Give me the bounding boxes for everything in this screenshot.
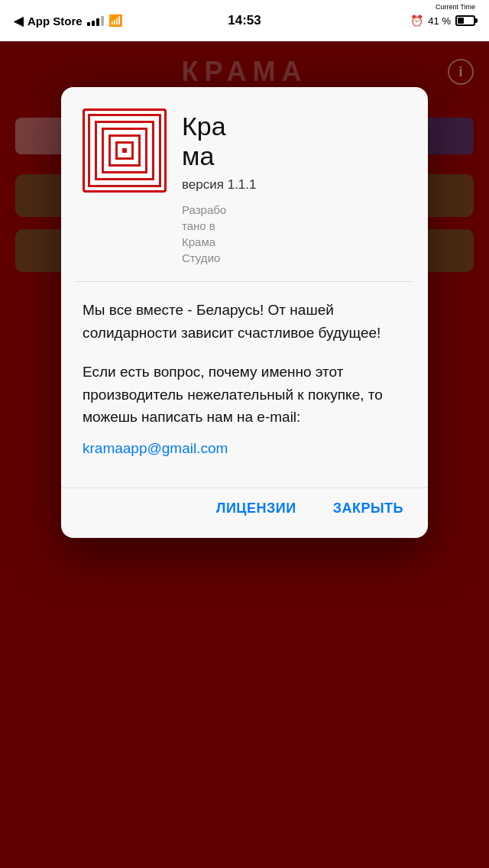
status-bar-right: ⏰ 41 % [410,15,475,27]
alarm-icon: ⏰ [410,15,423,27]
modal-email[interactable]: kramaapp@gmail.com [83,440,406,457]
modal-header: Крама версия 1.1.1 Разработано вКрамаСту… [61,87,428,281]
close-button[interactable]: ЗАКРЫТЬ [330,496,406,521]
modal-text-2: Если есть вопрос, почему именно этот про… [83,361,406,428]
app-developer: Разработано вКрамаСтудио [182,202,406,266]
battery-percent: 41 % [428,15,451,27]
wifi-icon: 📶 [108,14,123,28]
app-info: Крама версия 1.1.1 Разработано вКрамаСту… [182,108,406,266]
modal-footer: ЛИЦЕНЗИИ ЗАКРЫТЬ [61,487,428,538]
licenses-button[interactable]: ЛИЦЕНЗИИ [213,496,300,521]
app-icon [83,108,167,193]
modal-body: Мы все вместе - Беларусь! От нашей солид… [61,282,428,483]
carrier-label: App Store [28,15,83,28]
status-time: 14:53 [228,13,261,28]
nested-squares-icon [88,114,161,187]
battery-icon [455,15,475,26]
app-version: версия 1.1.1 [182,177,406,193]
back-arrow-icon: ◀ [14,14,23,28]
app-name: Крама [182,112,406,171]
status-bar-left: ◀ App Store 📶 [14,14,123,28]
about-modal: Крама версия 1.1.1 Разработано вКрамаСту… [61,87,428,538]
status-bar: ◀ App Store 📶 14:53 ⏰ 41 % Current Time [0,0,489,41]
signal-icon [87,15,104,26]
modal-text-1: Мы все вместе - Беларусь! От нашей солид… [83,299,406,344]
current-time-label: Current Time [436,3,475,11]
